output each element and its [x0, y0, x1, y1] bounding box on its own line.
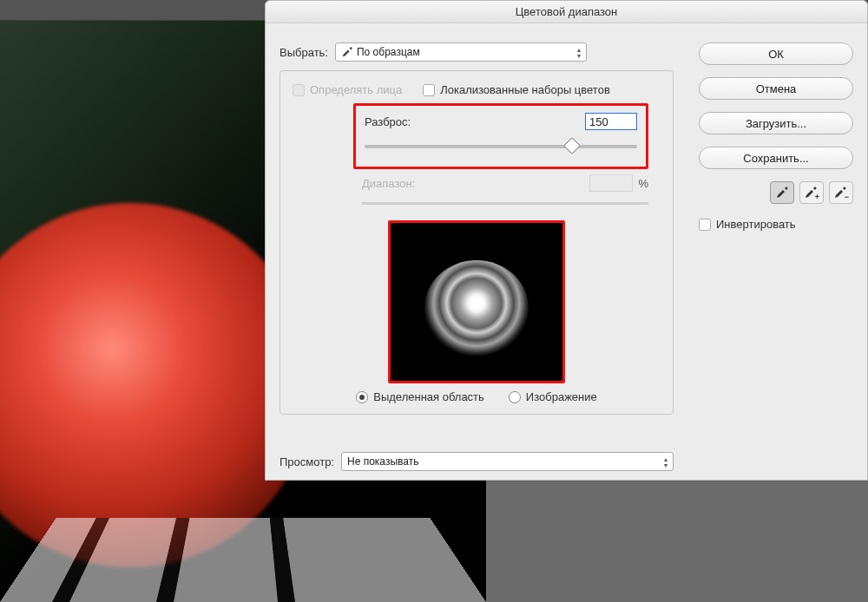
preview-rose-image — [424, 260, 529, 356]
fuzziness-block: Разброс: — [353, 103, 648, 169]
radio-image-label: Изображение — [526, 390, 597, 403]
eyedropper-tools: + − — [699, 181, 853, 204]
detect-faces-label: Определять лица — [310, 83, 402, 96]
select-value: По образцам — [357, 46, 420, 58]
radio-icon — [356, 391, 368, 403]
preview-value: Не показывать — [347, 455, 418, 468]
chevron-updown-icon — [577, 46, 581, 60]
range-slider-track — [362, 202, 648, 205]
fuzziness-label: Разброс: — [365, 115, 411, 128]
minus-icon: − — [845, 193, 849, 201]
eyedropper-icon — [341, 46, 353, 58]
radio-selection[interactable]: Выделенная область — [356, 390, 484, 403]
checkbox-icon — [423, 84, 435, 96]
invert-checkbox[interactable]: Инвертировать — [699, 218, 853, 231]
radio-selection-label: Выделенная область — [373, 390, 484, 403]
range-input — [589, 174, 633, 192]
left-column: Выбрать: По образцам Определять лица Лок… — [279, 43, 674, 415]
dialog-title[interactable]: Цветовой диапазон — [266, 1, 867, 23]
selection-preview[interactable] — [388, 220, 565, 383]
select-label: Выбрать: — [279, 46, 328, 59]
detect-faces-checkbox: Определять лица — [293, 83, 402, 96]
checkbox-icon — [293, 84, 305, 96]
slider-track — [365, 145, 637, 148]
radio-icon — [509, 391, 521, 403]
fuzziness-slider[interactable] — [365, 139, 637, 154]
plus-icon: + — [815, 193, 819, 201]
range-label: Диапазон: — [362, 177, 415, 190]
radio-image[interactable]: Изображение — [509, 390, 597, 403]
eyedropper-subtract-tool[interactable]: − — [829, 181, 853, 204]
fuzziness-row: Разброс: — [365, 113, 637, 130]
range-block: Диапазон: % — [362, 174, 648, 205]
chevron-updown-icon — [664, 455, 667, 469]
color-range-dialog: Цветовой диапазон Выбрать: По образцам О… — [265, 0, 868, 481]
localized-label: Локализованные наборы цветов — [440, 83, 610, 96]
right-column: ОК Отмена Загрузить... Сохранить... + − — [699, 43, 853, 231]
select-combo[interactable]: По образцам — [335, 43, 587, 62]
save-button[interactable]: Сохранить... — [699, 147, 853, 169]
load-button[interactable]: Загрузить... — [699, 112, 853, 134]
fuzziness-input[interactable] — [585, 113, 637, 130]
select-row: Выбрать: По образцам — [279, 43, 674, 62]
eyedropper-add-tool[interactable]: + — [799, 181, 824, 204]
preview-combo[interactable]: Не показывать — [341, 452, 674, 471]
ok-button[interactable]: ОК — [699, 43, 853, 65]
range-row: Диапазон: % — [362, 174, 648, 192]
eyedropper-tool[interactable] — [770, 181, 794, 204]
checkbox-icon — [699, 219, 711, 231]
options-group: Определять лица Локализованные наборы цв… — [279, 70, 674, 415]
preview-select-row: Просмотр: Не показывать — [279, 452, 674, 471]
slider-thumb[interactable] — [563, 137, 581, 154]
eyedropper-icon — [775, 186, 789, 200]
range-unit: % — [638, 177, 648, 190]
dialog-content: Выбрать: По образцам Определять лица Лок… — [266, 23, 867, 480]
localized-checkbox[interactable]: Локализованные наборы цветов — [423, 83, 610, 96]
preview-label: Просмотр: — [279, 455, 334, 468]
cancel-button[interactable]: Отмена — [699, 77, 853, 100]
checkbox-row: Определять лица Локализованные наборы цв… — [293, 83, 661, 96]
preview-mode-radios: Выделенная область Изображение — [293, 390, 661, 403]
invert-label: Инвертировать — [716, 218, 796, 231]
